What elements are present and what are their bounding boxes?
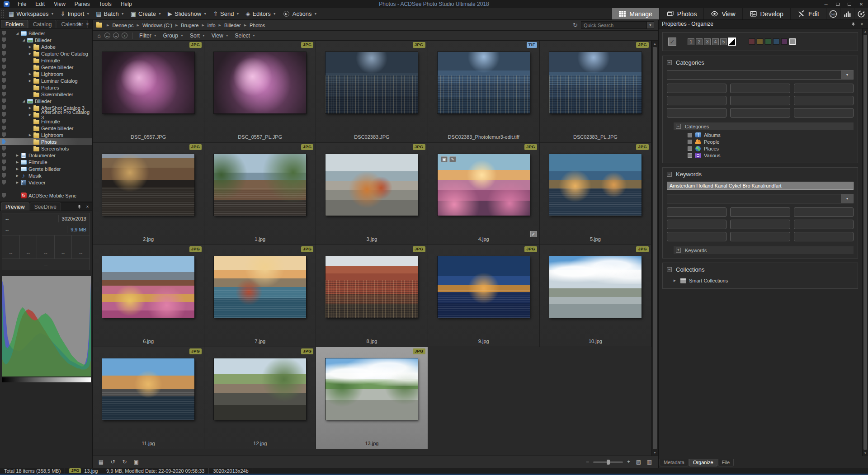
category-preset-button[interactable] — [730, 96, 790, 105]
group-menu[interactable]: Group▼ — [160, 33, 187, 39]
rating-2-button[interactable]: 2 — [696, 38, 703, 45]
expanded-arrow-icon[interactable]: ◢ — [15, 32, 20, 35]
collapsed-arrow-icon[interactable]: ▶ — [28, 106, 33, 110]
thumbnail-cell[interactable]: JPG3.jpg — [316, 143, 428, 245]
keyword-preset-button[interactable] — [794, 220, 854, 229]
keyword-preset-button[interactable] — [730, 232, 790, 241]
close-icon[interactable]: × — [85, 204, 90, 210]
scrollbar-thumb[interactable] — [653, 47, 657, 449]
thumbnail-cell[interactable]: JPG11.jpg — [93, 347, 204, 449]
thumbnail-image[interactable] — [102, 358, 194, 420]
actions-button[interactable]: ▶Actions▼ — [279, 8, 321, 19]
menu-help[interactable]: Help — [116, 0, 137, 8]
keyword-preset-button[interactable] — [667, 232, 726, 241]
tree-item-capture-one-catalog[interactable]: ▶Capture One Catalog — [0, 50, 92, 57]
category-preset-button[interactable] — [667, 84, 726, 93]
tab-file[interactable]: File — [718, 459, 734, 466]
view-menu[interactable]: View▼ — [208, 33, 232, 39]
thumbnail-image[interactable] — [214, 52, 306, 113]
categories-dropdown[interactable]: ▼ — [667, 70, 854, 80]
slideshow-button[interactable]: ▶Slideshow▼ — [165, 8, 210, 19]
close-icon[interactable]: × — [859, 21, 865, 27]
menu-edit[interactable]: Edit — [31, 0, 49, 8]
color-label-swatch[interactable] — [765, 38, 771, 45]
collapsed-arrow-icon[interactable]: ▶ — [15, 181, 20, 184]
tree-item-aftershot-pro-catalog-3[interactable]: ▶AfterShot Pro Catalog 3 — [0, 111, 92, 118]
export-icon[interactable]: ▤ — [97, 458, 105, 466]
quick-search-input[interactable] — [581, 22, 646, 28]
preview-pane-toggle-icon[interactable]: ▨ — [634, 458, 643, 466]
restore-icon[interactable] — [844, 0, 855, 8]
breadcrumb-item[interactable]: info — [206, 22, 217, 28]
rating-3-button[interactable]: 3 — [704, 38, 711, 45]
breadcrumb-item[interactable]: Billeder — [223, 22, 242, 28]
thumbnail-cell[interactable]: JPGDSC_0557_PL.JPG — [204, 41, 316, 143]
close-icon[interactable]: ✕ — [855, 0, 867, 8]
mode-edit-button[interactable]: Edit — [790, 8, 826, 19]
up-icon[interactable]: ↑ — [122, 33, 127, 38]
thumbnail-image[interactable] — [214, 358, 306, 420]
zoom-in-icon[interactable]: + — [625, 459, 632, 466]
tab-folders[interactable]: Folders — [1, 20, 28, 28]
send-button[interactable]: ⇑Send▼ — [210, 8, 242, 19]
tab-seedrive[interactable]: SeeDrive — [30, 202, 61, 211]
scroll-down-icon[interactable]: ▼ — [652, 450, 658, 456]
category-people[interactable]: People — [688, 138, 854, 145]
forward-icon[interactable]: → — [113, 33, 119, 38]
rating-1-button[interactable]: 1 — [688, 38, 694, 45]
rating-5-button[interactable]: 5 — [720, 38, 727, 45]
clear-rating-button[interactable] — [728, 38, 736, 46]
minimize-icon[interactable]: ─ — [820, 0, 832, 8]
tree-item-gemte-billeder[interactable]: Gemte billeder — [0, 125, 92, 132]
color-label-swatch[interactable] — [781, 38, 788, 45]
tree-item-adobe[interactable]: ▶Adobe — [0, 43, 92, 50]
thumbnail-cell[interactable]: JPG10.jpg — [540, 245, 651, 347]
thumbnail-cell[interactable]: JPG12.jpg — [204, 347, 316, 449]
collapsed-arrow-icon[interactable]: ▶ — [28, 113, 33, 117]
zoom-slider[interactable] — [593, 461, 623, 463]
rating-4-button[interactable]: 4 — [712, 38, 719, 45]
category-checkbox[interactable] — [688, 133, 692, 137]
expanded-arrow-icon[interactable]: ◢ — [21, 38, 26, 42]
smart-collections-row[interactable]: ▶Smart Collections — [672, 277, 854, 284]
toolbar-grip[interactable] — [1, 9, 5, 18]
acdsee-365-button[interactable]: 365 — [826, 8, 840, 19]
scroll-up-icon[interactable]: ▲ — [863, 28, 868, 34]
tree-item-lightroom[interactable]: ▶Lightroom — [0, 71, 92, 77]
sync-button[interactable] — [854, 8, 868, 19]
compare-icon[interactable]: ▣ — [132, 458, 141, 466]
thumbnail-cell[interactable]: JPG▣✎✓4.jpg — [428, 143, 540, 245]
tree-item-lightroom[interactable]: ▶Lightroom — [0, 132, 92, 138]
category-preset-button[interactable] — [794, 108, 854, 118]
breadcrumb-item[interactable]: Windows (C:) — [141, 22, 174, 28]
mode-photos-button[interactable]: Photos — [659, 8, 704, 19]
category-albums[interactable]: Albums — [688, 132, 854, 138]
details-view-icon[interactable]: ▥ — [645, 458, 654, 466]
keyword-preset-button[interactable] — [730, 207, 790, 217]
tab-metadata[interactable]: Metadata — [660, 459, 689, 466]
thumbnail-image[interactable] — [438, 52, 530, 113]
thumbnail-cell[interactable]: JPG1.jpg — [204, 143, 316, 245]
batch-button[interactable]: ▤Batch▼ — [93, 8, 127, 19]
category-preset-button[interactable] — [667, 96, 726, 105]
color-label-swatch[interactable] — [749, 38, 755, 45]
breadcrumb-item[interactable]: Photos — [248, 22, 266, 28]
thumbnail-image[interactable] — [214, 256, 306, 318]
mode-manage-button[interactable]: Manage — [611, 8, 659, 19]
tree-item-screenshots[interactable]: Screenshots — [0, 145, 92, 152]
tree-item-photos[interactable]: Photos — [0, 138, 92, 145]
menu-panes[interactable]: Panes — [70, 0, 94, 8]
pin-icon[interactable] — [850, 21, 856, 27]
thumbnail-cell[interactable]: JPG6.jpg — [93, 245, 204, 347]
maximize-icon[interactable] — [832, 0, 844, 8]
tree-item-gemte-billeder[interactable]: Gemte billeder — [0, 64, 92, 71]
chevron-down-icon[interactable]: ▼ — [646, 22, 654, 28]
collapsed-arrow-icon[interactable]: ▶ — [672, 279, 677, 282]
dashboard-button[interactable] — [840, 8, 854, 19]
category-various[interactable]: Various — [688, 152, 854, 159]
tree-item-billeder[interactable]: ◢Billeder — [0, 98, 92, 104]
breadcrumb-item[interactable]: Denne pc — [111, 22, 135, 28]
thumbnail-cell[interactable]: JPGDSC02383_PL.JPG — [540, 41, 651, 143]
thumbnail-image[interactable] — [102, 154, 194, 216]
collapsed-arrow-icon[interactable]: ▶ — [15, 160, 20, 164]
